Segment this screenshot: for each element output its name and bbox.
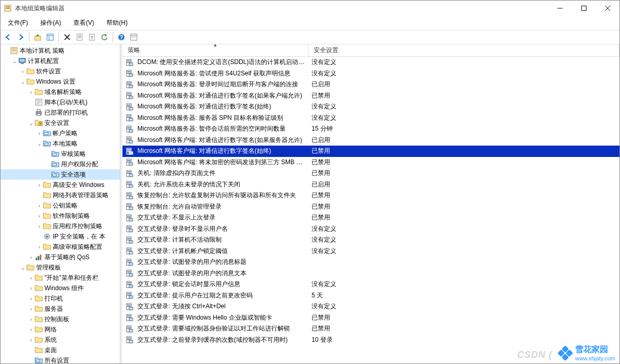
chevron-down-icon[interactable]: ⌄	[36, 141, 43, 147]
tree-admin-templates[interactable]: ⌄管理模板	[1, 262, 120, 273]
tree-policy-based-qos[interactable]: ›基于策略的 QoS	[1, 252, 120, 262]
chevron-right-icon[interactable]: ›	[27, 296, 35, 302]
minimize-button[interactable]	[548, 1, 572, 16]
forward-button[interactable]	[15, 31, 26, 43]
list-body[interactable]: DCOM: 使用安全描述符定义语言(SDDL)语法的计算机启动…没有定义Micr…	[122, 57, 619, 363]
tree-windows-components[interactable]: ›Windows 组件	[1, 283, 120, 293]
tree-account-policies[interactable]: ›帐户策略	[1, 128, 120, 138]
tree-adv-windows-fw[interactable]: ›高级安全 Windows	[1, 180, 120, 190]
chevron-right-icon[interactable]: ›	[19, 69, 26, 74]
policy-row[interactable]: Microsoft 网络客户端: 将未加密的密码发送到第三方 SMB …已禁用	[122, 157, 619, 168]
properties-button[interactable]	[74, 31, 85, 43]
policy-row[interactable]: 交互式登录: 需要域控制器身份验证以对工作站进行解锁已禁用	[122, 323, 619, 335]
chevron-right-icon[interactable]: ›	[27, 286, 35, 291]
policy-row[interactable]: Microsoft 网络客户端: 对通信进行数字签名(如果服务器允许)已启用	[122, 135, 619, 146]
maximize-button[interactable]	[572, 1, 596, 16]
chevron-right-icon[interactable]: ›	[36, 244, 43, 250]
tree-root[interactable]: 本地计算机 策略	[1, 45, 120, 56]
chevron-down-icon[interactable]: ⌄	[11, 58, 18, 64]
tree-start-taskbar[interactable]: ›"开始"菜单和任务栏	[1, 273, 120, 283]
column-setting[interactable]: 安全设置	[308, 44, 619, 57]
tree-all-settings[interactable]: 所有设置	[1, 355, 120, 363]
tree-ip-security[interactable]: IP 安全策略，在 本	[1, 231, 120, 242]
chevron-right-icon[interactable]: ›	[27, 327, 35, 333]
policy-row[interactable]: Microsoft 网络服务器: 暂停会话前所需的空闲时间数量15 分钟	[122, 123, 619, 135]
back-button[interactable]	[3, 31, 14, 43]
policy-row[interactable]: 交互式登录: 试图登录的用户的消息标题	[122, 257, 619, 268]
tree-local-policies[interactable]: ⌄本地策略	[1, 138, 120, 149]
chevron-right-icon[interactable]: ›	[27, 275, 35, 281]
tree-nl-manager[interactable]: 网络列表管理器策略	[1, 190, 120, 200]
chevron-right-icon[interactable]: ›	[27, 306, 35, 312]
policy-row[interactable]: 交互式登录: 之前登录到缓存的次数(域控制器不可用时)10 登录	[122, 335, 619, 346]
tree-audit-policy[interactable]: 审核策略	[1, 149, 120, 159]
tree-pane[interactable]: 本地计算机 策略⌄计算机配置›软件设置⌄Windows 设置›域名解析策略脚本(…	[1, 44, 120, 363]
chevron-right-icon[interactable]: ›	[27, 255, 35, 260]
policy-row[interactable]: 交互式登录: 计算机不活动限制没有定义	[122, 234, 619, 246]
policy-row[interactable]: Microsoft 网络服务器: 对通信进行数字签名(始终)没有定义	[122, 101, 619, 113]
chevron-right-icon[interactable]: ›	[36, 203, 43, 209]
policy-row[interactable]: 交互式登录: 锁定会话时显示用户信息没有定义	[122, 279, 619, 290]
policy-row[interactable]: 恢复控制台: 允许软盘复制并访问所有驱动器和所有文件夹已禁用	[122, 190, 619, 201]
export-button[interactable]	[86, 31, 98, 43]
tree-security-settings[interactable]: ⌄安全设置	[1, 118, 120, 128]
policy-row[interactable]: DCOM: 使用安全描述符定义语言(SDDL)语法的计算机启动…没有定义	[122, 57, 619, 68]
menu-view[interactable]: 查看(V)	[68, 17, 99, 29]
policy-row[interactable]: Microsoft 网络客户端: 对通信进行数字签名(始终)已禁用	[122, 146, 619, 157]
chevron-right-icon[interactable]: ›	[27, 316, 35, 322]
tree-public-key[interactable]: ›公钥策略	[1, 200, 120, 211]
tree-computer-config[interactable]: ⌄计算机配置	[1, 56, 120, 66]
chevron-right-icon[interactable]: ›	[27, 337, 35, 343]
up-button[interactable]	[32, 31, 43, 43]
policy-row[interactable]: 交互式登录: 需要 Windows Hello 企业版或智能卡已禁用	[122, 312, 619, 324]
policy-name: Microsoft 网络服务器: 对通信进行数字签名(如果客户端允许)	[137, 91, 302, 100]
tree-scripts[interactable]: 脚本(启动/关机)	[1, 97, 120, 107]
chevron-down-icon[interactable]: ⌄	[19, 265, 26, 271]
tree-security-options[interactable]: 安全选项	[1, 169, 120, 180]
policy-row[interactable]: Microsoft 网络服务器: 服务器 SPN 目标名称验证级别没有定义	[122, 113, 619, 124]
tree-windows-settings[interactable]: ⌄Windows 设置	[1, 76, 120, 87]
tree-network[interactable]: ›网络	[1, 324, 120, 335]
tree-printers[interactable]: ›打印机	[1, 293, 120, 304]
policy-row[interactable]: 关机: 清除虚拟内存页面文件已禁用	[122, 168, 619, 179]
help-button[interactable]: ?	[116, 31, 127, 43]
tree-server[interactable]: ›服务器	[1, 304, 120, 314]
tree-system[interactable]: ›系统	[1, 335, 120, 345]
column-policy[interactable]: 策略 ▲	[122, 44, 308, 57]
tree-software-settings[interactable]: ›软件设置	[1, 66, 120, 76]
tree-user-rights[interactable]: 用户权限分配	[1, 159, 120, 169]
delete-button[interactable]	[61, 31, 73, 43]
refresh-button[interactable]	[99, 31, 110, 43]
chevron-right-icon[interactable]: ›	[36, 182, 43, 188]
chevron-down-icon[interactable]: ⌄	[19, 79, 26, 85]
show-hide-button[interactable]	[44, 31, 56, 43]
chevron-right-icon[interactable]: ›	[36, 131, 43, 136]
tree-name-resolution[interactable]: ›域名解析策略	[1, 87, 120, 97]
policy-row[interactable]: 交互式登录: 提示用户在过期之前更改密码5 天	[122, 290, 619, 302]
filter-button[interactable]	[128, 31, 140, 43]
policy-row[interactable]: 交互式登录: 试图登录的用户的消息文本	[122, 268, 619, 279]
chevron-right-icon[interactable]: ›	[36, 213, 43, 219]
close-button[interactable]	[596, 1, 619, 16]
policy-row[interactable]: 交互式登录: 无须按 Ctrl+Alt+Del没有定义	[122, 301, 619, 312]
policy-row[interactable]: Microsoft 网络服务器: 尝试使用 S4U2Self 获取声明信息没有定…	[122, 68, 619, 80]
menu-file[interactable]: 文件(F)	[3, 17, 33, 29]
menu-help[interactable]: 帮助(H)	[101, 17, 133, 29]
chevron-down-icon[interactable]: ⌄	[27, 120, 35, 126]
policy-row[interactable]: 恢复控制台: 允许自动管理登录已禁用	[122, 201, 619, 213]
policy-row[interactable]: 交互式登录: 不显示上次登录已禁用	[122, 212, 619, 224]
menu-operation[interactable]: 操作(A)	[35, 17, 66, 29]
policy-row[interactable]: 关机: 允许系统在未登录的情况下关闭已启用	[122, 179, 619, 191]
chevron-right-icon[interactable]: ›	[36, 224, 43, 229]
tree-app-control[interactable]: ›应用程序控制策略	[1, 221, 120, 231]
tree-desktop[interactable]: 桌面	[1, 345, 120, 355]
chevron-right-icon[interactable]: ›	[27, 89, 35, 95]
policy-row[interactable]: 交互式登录: 登录时不显示用户名没有定义	[122, 224, 619, 235]
policy-row[interactable]: Microsoft 网络服务器: 登录时间过期后断开与客户端的连接已启用	[122, 79, 619, 90]
tree-adv-audit[interactable]: ›高级审核策略配置	[1, 242, 120, 252]
policy-row[interactable]: Microsoft 网络服务器: 对通信进行数字签名(如果客户端允许)已禁用	[122, 90, 619, 102]
tree-deployed-printers[interactable]: 已部署的打印机	[1, 107, 120, 118]
tree-software-restrict[interactable]: ›软件限制策略	[1, 211, 120, 221]
policy-row[interactable]: 交互式登录: 计算机帐户锁定阈值没有定义	[122, 246, 619, 257]
tree-control-panel[interactable]: ›控制面板	[1, 314, 120, 324]
